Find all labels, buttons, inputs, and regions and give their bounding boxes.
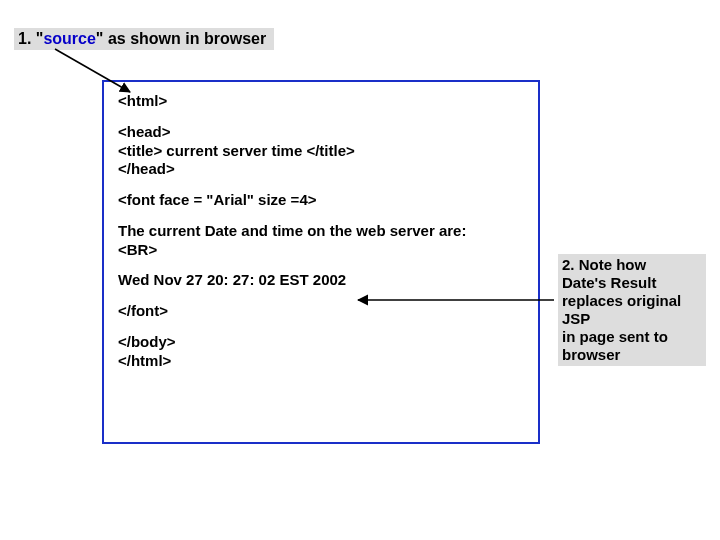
code-line: <title> current server time </title> <box>118 142 524 161</box>
code-line: </font> <box>118 302 524 321</box>
code-line-date: Wed Nov 27 20: 27: 02 EST 2002 <box>118 271 524 290</box>
code-line: <html> <box>118 92 524 111</box>
heading-caption: 1. "source" as shown in browser <box>14 28 274 50</box>
code-line: The current Date and time on the web ser… <box>118 222 524 241</box>
code-line: <BR> <box>118 241 524 260</box>
note-line: 2. Note how <box>562 256 646 273</box>
code-line: <font face = "Arial" size =4> <box>118 191 524 210</box>
note-line: in page sent to <box>562 328 668 345</box>
code-line: <head> <box>118 123 524 142</box>
code-line: </head> <box>118 160 524 179</box>
source-code-box: <html> <head> <title> current server tim… <box>102 80 540 444</box>
heading-source-word: source <box>43 30 95 47</box>
annotation-note: 2. Note how Date's Result replaces origi… <box>558 254 706 366</box>
note-line: browser <box>562 346 620 363</box>
note-line: replaces original <box>562 292 681 309</box>
note-line: JSP <box>562 310 590 327</box>
code-line: </html> <box>118 352 524 371</box>
heading-rest: as shown in browser <box>103 30 266 47</box>
heading-number: 1. <box>18 30 31 47</box>
code-line: </body> <box>118 333 524 352</box>
note-line: Date's Result <box>562 274 656 291</box>
